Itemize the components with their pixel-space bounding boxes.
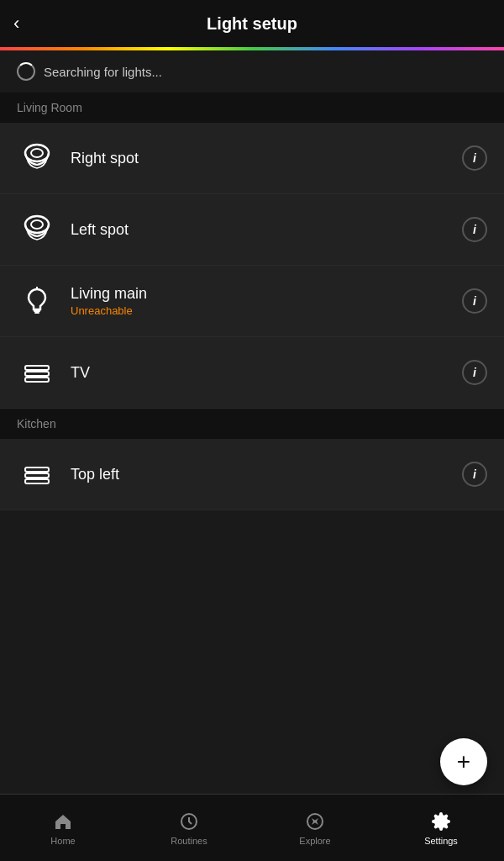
svg-rect-5 <box>34 312 39 314</box>
info-button-living-main[interactable]: i <box>462 288 487 314</box>
light-info-right-spot: Right spot <box>57 150 462 167</box>
light-name-right-spot: Right spot <box>71 150 462 167</box>
light-item-living-main[interactable]: Living main Unreachable i <box>0 266 504 337</box>
info-button-top-left[interactable]: i <box>462 462 487 487</box>
bottom-nav: Home Routines Explore Settings <box>0 794 504 861</box>
section-header-living-room: Living Room <box>0 92 504 123</box>
light-icon-living-main <box>17 281 57 321</box>
light-name-living-main: Living main <box>71 285 462 303</box>
light-status-living-main: Unreachable <box>71 304 462 317</box>
svg-marker-16 <box>312 818 317 825</box>
svg-rect-12 <box>25 479 49 483</box>
content-area: Searching for lights... Living Room Righ… <box>0 50 504 844</box>
settings-icon <box>430 811 452 832</box>
add-light-fab[interactable]: + <box>440 738 487 785</box>
light-item-top-left[interactable]: Top left i <box>0 439 504 510</box>
light-icon-tv <box>17 352 57 393</box>
nav-explore[interactable]: Explore <box>252 804 378 853</box>
light-item-right-spot[interactable]: Right spot i <box>0 123 504 194</box>
svg-rect-4 <box>34 309 40 312</box>
svg-point-0 <box>25 145 49 161</box>
back-button[interactable]: ‹ <box>13 13 19 34</box>
explore-icon <box>304 811 326 832</box>
light-info-living-main: Living main Unreachable <box>57 285 462 317</box>
nav-explore-label: Explore <box>299 836 330 846</box>
nav-routines[interactable]: Routines <box>126 804 252 853</box>
nav-routines-label: Routines <box>171 836 207 846</box>
light-info-tv: TV <box>57 364 462 382</box>
page-title: Light setup <box>207 14 297 34</box>
svg-point-1 <box>31 149 43 157</box>
nav-home-label: Home <box>50 836 75 846</box>
info-button-tv[interactable]: i <box>462 360 487 385</box>
light-name-tv: TV <box>71 364 462 382</box>
fab-plus-icon: + <box>457 750 470 774</box>
light-item-left-spot[interactable]: Left spot i <box>0 194 504 266</box>
nav-home[interactable]: Home <box>0 804 126 853</box>
home-icon <box>52 811 74 832</box>
nav-settings[interactable]: Settings <box>378 804 504 853</box>
nav-settings-label: Settings <box>424 836 458 846</box>
svg-rect-7 <box>25 366 49 370</box>
light-icon-top-left <box>17 454 57 494</box>
light-info-left-spot: Left spot <box>57 221 462 239</box>
light-item-tv[interactable]: TV i <box>0 337 504 409</box>
info-button-right-spot[interactable]: i <box>462 145 487 171</box>
header: ‹ Light setup <box>0 0 504 47</box>
light-name-left-spot: Left spot <box>71 221 462 239</box>
light-info-top-left: Top left <box>57 466 462 483</box>
light-icon-right-spot <box>17 138 57 178</box>
search-bar: Searching for lights... <box>0 50 504 92</box>
routines-icon <box>178 811 200 832</box>
svg-rect-8 <box>25 372 49 376</box>
svg-point-3 <box>31 220 43 229</box>
light-name-top-left: Top left <box>71 466 462 483</box>
svg-rect-11 <box>25 473 49 478</box>
svg-rect-10 <box>25 467 49 472</box>
info-button-left-spot[interactable]: i <box>462 217 487 242</box>
section-header-kitchen: Kitchen <box>0 409 504 439</box>
svg-rect-9 <box>25 378 49 382</box>
light-icon-left-spot <box>17 209 57 250</box>
svg-point-2 <box>25 216 49 233</box>
search-text: Searching for lights... <box>44 65 162 79</box>
loading-spinner <box>17 62 35 81</box>
